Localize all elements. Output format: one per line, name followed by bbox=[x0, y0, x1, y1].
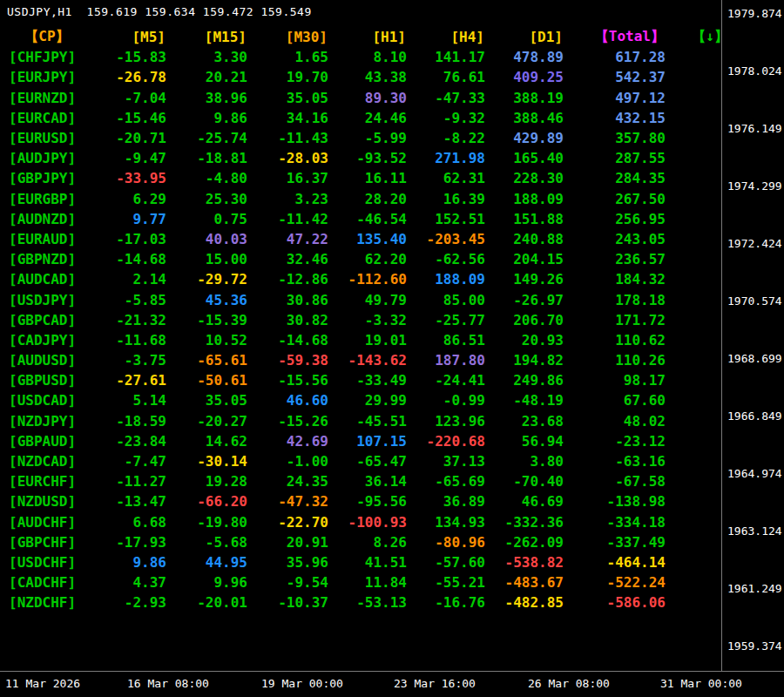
cell-value: 2.14 bbox=[94, 271, 169, 288]
cell-value: 184.32 bbox=[566, 271, 668, 288]
table-row: [USDCHF]9.8644.9535.9641.51-57.60-538.82… bbox=[0, 552, 732, 572]
cell-value: -65.61 bbox=[169, 352, 250, 369]
cell-value: -50.61 bbox=[169, 372, 250, 389]
cell-value: 249.86 bbox=[488, 372, 566, 389]
table-row: [AUDCAD]2.14-29.72-12.86-112.60188.09149… bbox=[0, 269, 732, 289]
cell-value: 9.77 bbox=[94, 211, 169, 227]
cell-value: 28.20 bbox=[331, 191, 409, 207]
pair-label: [NZDCAD] bbox=[0, 453, 94, 470]
cell-value: 151.88 bbox=[488, 211, 566, 227]
cell-value: -17.03 bbox=[94, 231, 169, 247]
cell-value: 89.30 bbox=[331, 90, 409, 106]
cell-value: -29.72 bbox=[169, 271, 250, 288]
time-axis-separator bbox=[0, 671, 784, 672]
cell-value: 240.88 bbox=[488, 231, 566, 247]
cell-value: -334.18 bbox=[566, 514, 668, 531]
cell-value: 76.61 bbox=[409, 69, 488, 85]
cell-value: -337.49 bbox=[566, 534, 668, 551]
table-row: [GBPNZD]-14.6815.0032.4662.20-62.56204.1… bbox=[0, 249, 732, 269]
cell-value: 14.62 bbox=[169, 433, 250, 450]
column-header-m5[interactable]: [M5] bbox=[94, 29, 169, 45]
table-row: [EURCAD]-15.469.8634.1624.46-9.32388.464… bbox=[0, 108, 732, 128]
cell-value: -33.95 bbox=[94, 170, 169, 186]
cell-value: -9.32 bbox=[409, 110, 488, 126]
currency-strength-table: 【CP】[M5][M15][M30][H1][H4][D1]【Total】【↓】… bbox=[0, 27, 732, 612]
cell-value: 34.16 bbox=[250, 110, 331, 126]
column-header-m15[interactable]: [M15] bbox=[169, 29, 250, 45]
cell-value: -23.84 bbox=[94, 433, 169, 450]
table-row: [CHFJPY]-15.833.301.658.10141.17478.8961… bbox=[0, 47, 732, 67]
pair-label: [GBPCHF] bbox=[0, 534, 94, 551]
price-tick-label: 1976.149 bbox=[727, 122, 782, 135]
price-tick-label: 1966.849 bbox=[727, 409, 782, 423]
table-row: [NZDJPY]-18.59-20.27-15.26-45.51123.9623… bbox=[0, 411, 732, 431]
cell-value: -9.47 bbox=[94, 150, 169, 166]
cell-value: 287.55 bbox=[566, 150, 668, 166]
cell-value: -18.81 bbox=[169, 150, 250, 166]
cell-value: 20.21 bbox=[169, 69, 250, 85]
time-tick-label: 11 Mar 2026 bbox=[5, 677, 80, 690]
column-header-m30[interactable]: [M30] bbox=[250, 29, 331, 45]
column-header-h1[interactable]: [H1] bbox=[331, 29, 409, 45]
cell-value: 6.68 bbox=[94, 514, 169, 531]
cell-value: -14.68 bbox=[94, 251, 169, 267]
cell-value: -112.60 bbox=[331, 271, 409, 288]
cell-value: 187.80 bbox=[409, 352, 488, 369]
pair-label: [EURJPY] bbox=[0, 69, 94, 85]
cell-value: -63.16 bbox=[566, 453, 668, 470]
cell-value: 25.30 bbox=[169, 191, 250, 207]
cell-value: -65.69 bbox=[409, 473, 488, 490]
cell-value: -12.86 bbox=[250, 271, 331, 288]
pair-label: [AUDUSD] bbox=[0, 352, 94, 369]
cell-value: 11.84 bbox=[331, 574, 409, 591]
cell-value: 30.86 bbox=[250, 292, 331, 308]
cell-value: -24.41 bbox=[409, 372, 488, 389]
cell-value: 47.22 bbox=[250, 231, 331, 247]
cell-value: -67.58 bbox=[566, 473, 668, 490]
column-header-h4[interactable]: [H4] bbox=[409, 29, 488, 45]
symbol-ohlc-title: USDJPY,H1 159.619 159.634 159.472 159.54… bbox=[7, 5, 312, 18]
cell-value: -30.14 bbox=[169, 453, 250, 470]
pair-label: [EURAUD] bbox=[0, 231, 94, 247]
cell-value: -7.47 bbox=[94, 453, 169, 470]
table-row: [EURCHF]-11.2719.2824.3536.14-65.69-70.4… bbox=[0, 471, 732, 491]
table-row: [NZDUSD]-13.47-66.20-47.32-95.5636.8946.… bbox=[0, 491, 732, 511]
pair-label: [AUDNZD] bbox=[0, 211, 94, 227]
cell-value: -15.39 bbox=[169, 312, 250, 328]
table-row: [GBPUSD]-27.61-50.61-15.56-33.49-24.4124… bbox=[0, 370, 732, 390]
column-header-d1[interactable]: [D1] bbox=[488, 29, 566, 45]
cell-value: 38.96 bbox=[169, 90, 250, 106]
table-row: [EURJPY]-26.7820.2119.7043.3876.61409.25… bbox=[0, 67, 732, 87]
cell-value: -11.42 bbox=[250, 211, 331, 227]
cell-value: 24.46 bbox=[331, 110, 409, 126]
column-header-total[interactable]: 【Total】 bbox=[566, 28, 668, 46]
cell-value: -522.24 bbox=[566, 574, 668, 591]
cell-value: 44.95 bbox=[169, 554, 250, 571]
price-tick-label: 1963.124 bbox=[727, 524, 782, 538]
cell-value: 542.37 bbox=[566, 69, 668, 85]
cell-value: 30.82 bbox=[250, 312, 331, 328]
pair-label: [USDJPY] bbox=[0, 292, 94, 308]
cell-value: -0.99 bbox=[409, 392, 488, 409]
cell-value: -70.40 bbox=[488, 473, 566, 490]
cell-value: 3.80 bbox=[488, 453, 566, 470]
cell-value: 19.01 bbox=[331, 332, 409, 348]
cell-value: -464.14 bbox=[566, 554, 668, 571]
cell-value: -11.43 bbox=[250, 130, 331, 146]
cell-value: 110.26 bbox=[566, 352, 668, 369]
cell-value: 3.30 bbox=[169, 49, 250, 65]
cell-value: -13.47 bbox=[94, 493, 169, 510]
cell-value: -19.80 bbox=[169, 514, 250, 531]
cell-value: 3.23 bbox=[250, 191, 331, 207]
cell-value: 9.86 bbox=[94, 554, 169, 571]
price-tick-label: 1961.249 bbox=[727, 582, 782, 595]
table-row: [AUDNZD]9.770.75-11.42-46.54152.51151.88… bbox=[0, 209, 732, 229]
pair-label: [GBPNZD] bbox=[0, 251, 94, 267]
table-row: [NZDCHF]-2.93-20.01-10.37-53.13-16.76-48… bbox=[0, 592, 732, 612]
cell-value: 43.38 bbox=[331, 69, 409, 85]
column-header-cp[interactable]: 【CP】 bbox=[0, 28, 94, 46]
sort-arrow-icon[interactable]: 【↓】 bbox=[668, 28, 732, 46]
pair-label: [AUDJPY] bbox=[0, 150, 94, 166]
pair-label: [NZDUSD] bbox=[0, 493, 94, 510]
cell-value: -20.01 bbox=[169, 594, 250, 611]
